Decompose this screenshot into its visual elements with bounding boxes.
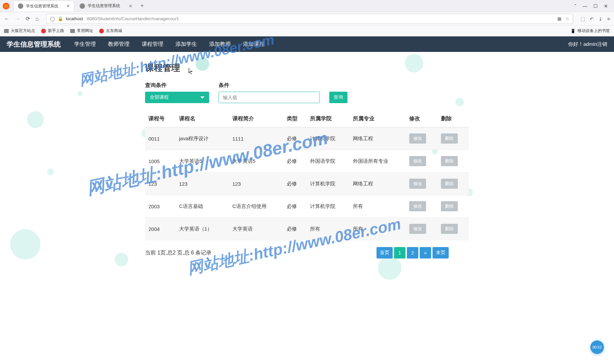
extension-icon[interactable]: ⬚ bbox=[581, 16, 585, 22]
cell-type: 必修 bbox=[283, 127, 307, 150]
new-tab-button[interactable]: + bbox=[136, 2, 148, 9]
edit-button[interactable]: 修改 bbox=[409, 156, 426, 166]
edit-button[interactable]: 修改 bbox=[409, 201, 426, 211]
hamburger-menu-icon[interactable]: ≡ bbox=[607, 16, 610, 22]
cell-name: 大学英语（1） bbox=[176, 218, 229, 240]
delete-button[interactable]: 删除 bbox=[441, 179, 458, 189]
nav-back-icon[interactable]: ← bbox=[4, 16, 9, 22]
cell-id: 1005 bbox=[145, 150, 176, 173]
cell-id: 2003 bbox=[145, 195, 176, 218]
cell-type: 必修 bbox=[283, 173, 307, 195]
bookmark-item[interactable]: 常用网址 bbox=[70, 28, 93, 34]
delete-button[interactable]: 删除 bbox=[441, 201, 458, 211]
page-content: 课程管理 查询条件 全部课程 条件 查询 课程号 课程名 课程简介 bbox=[0, 52, 614, 259]
cell-desc: 大学英语5 bbox=[229, 150, 283, 173]
browser-tab-inactive[interactable]: 学生信息管理系统 ✕ bbox=[76, 1, 136, 11]
folder-icon bbox=[70, 29, 75, 33]
shield-icon: ◯ bbox=[50, 16, 55, 21]
cell-desc: 123 bbox=[229, 173, 283, 195]
page-next-button[interactable]: » bbox=[420, 247, 431, 259]
logout-link[interactable]: 注销 bbox=[597, 41, 607, 47]
cell-major: 所有 bbox=[350, 195, 406, 218]
tab-close-icon[interactable]: ✕ bbox=[129, 4, 132, 8]
page-1-button[interactable]: 1 bbox=[394, 247, 406, 259]
nav-forward-icon[interactable]: → bbox=[15, 16, 20, 22]
browser-tab-strip: 学生信息管理系统 ✕ 学生信息管理系统 ✕ + ˅ — ☐ ✕ bbox=[0, 0, 614, 12]
cell-type: 必修 bbox=[283, 218, 307, 240]
app-brand[interactable]: 学生信息管理系统 bbox=[7, 40, 61, 49]
table-row: 2003C语言基础C语言介绍使用必修计算机学院所有修改删除 bbox=[145, 195, 469, 218]
cell-id: 2004 bbox=[145, 218, 176, 240]
bookmark-label: 常用网址 bbox=[77, 28, 93, 34]
window-minimize-icon[interactable]: — bbox=[583, 3, 587, 9]
delete-button[interactable]: 删除 bbox=[441, 156, 458, 166]
search-button[interactable]: 查询 bbox=[329, 92, 347, 103]
app-navbar: 学生信息管理系统 学生管理 教师管理 课程管理 添加学生 添加教师 添加课程 你… bbox=[0, 36, 614, 52]
address-bar[interactable]: ◯ 🔒 localhost:8080/StudentInfo/CourseHan… bbox=[46, 14, 573, 24]
nav-items: 学生管理 教师管理 课程管理 添加学生 添加教师 添加课程 bbox=[74, 41, 264, 48]
mobile-bookmarks[interactable]: 📱移动设备上的书签 bbox=[570, 28, 610, 34]
nav-add-student[interactable]: 添加学生 bbox=[175, 41, 197, 48]
nav-add-course[interactable]: 添加课程 bbox=[243, 41, 264, 48]
nav-student-mgmt[interactable]: 学生管理 bbox=[74, 41, 96, 48]
cell-type: 必修 bbox=[283, 195, 307, 218]
url-path: :8080/StudentInfo/CourseHandler/manageco… bbox=[86, 16, 179, 21]
cell-name: C语言基础 bbox=[176, 195, 229, 218]
lock-icon: 🔒 bbox=[58, 16, 63, 21]
pagination: 首页 1 2 » 末页 bbox=[376, 247, 449, 259]
firefox-logo-icon bbox=[3, 3, 9, 9]
bookmark-item[interactable]: 京东商城 bbox=[99, 28, 122, 34]
download-icon[interactable]: ⤓ bbox=[598, 16, 603, 22]
window-expand-icon[interactable]: ˅ bbox=[574, 3, 577, 9]
bookmark-star-icon[interactable]: ☆ bbox=[565, 16, 569, 21]
cell-type: 必修 bbox=[283, 150, 307, 173]
pagination-info: 当前 1页,总2 页,总 6 条记录 bbox=[145, 249, 212, 256]
search-value-input[interactable] bbox=[219, 92, 320, 103]
pagination-row: 当前 1页,总2 页,总 6 条记录 首页 1 2 » 末页 bbox=[145, 247, 469, 259]
cell-major: 网络工程 bbox=[350, 127, 406, 150]
bookmark-item[interactable]: 新手上路 bbox=[41, 28, 64, 34]
nav-refresh-icon[interactable]: ⟳ bbox=[26, 16, 30, 22]
edit-button[interactable]: 修改 bbox=[409, 179, 426, 189]
th-edit: 修改 bbox=[406, 111, 437, 127]
nav-add-teacher[interactable]: 添加教师 bbox=[209, 41, 231, 48]
bookmark-label: 移动设备上的书签 bbox=[578, 28, 610, 34]
window-close-icon[interactable]: ✕ bbox=[604, 3, 608, 9]
delete-button[interactable]: 删除 bbox=[441, 133, 458, 144]
cell-major: 所有 bbox=[350, 218, 406, 240]
th-course-id: 课程号 bbox=[145, 111, 176, 127]
delete-button[interactable]: 删除 bbox=[441, 224, 458, 234]
search-value-label: 条件 bbox=[219, 82, 320, 89]
browser-tab-active[interactable]: 学生信息管理系统 ✕ bbox=[13, 1, 74, 11]
page-first-button[interactable]: 首页 bbox=[376, 247, 393, 259]
edit-button[interactable]: 修改 bbox=[409, 224, 426, 234]
course-table: 课程号 课程名 课程简介 类型 所属学院 所属专业 修改 删除 0011java… bbox=[145, 111, 469, 240]
th-college: 所属学院 bbox=[307, 111, 350, 127]
table-row: 1005大学英语5大学英语5必修外国语学院外国语所有专业修改删除 bbox=[145, 150, 469, 173]
page-2-button[interactable]: 2 bbox=[407, 247, 418, 259]
condition-dropdown[interactable]: 全部课程 bbox=[145, 92, 209, 103]
nav-teacher-mgmt[interactable]: 教师管理 bbox=[108, 41, 130, 48]
undo-icon[interactable]: ↶ bbox=[590, 16, 594, 22]
page-title: 课程管理 bbox=[145, 62, 469, 74]
greeting-text: 你好！admin bbox=[568, 41, 597, 47]
tab-favicon-icon bbox=[80, 3, 85, 9]
timer-badge: 00:52 bbox=[590, 340, 604, 354]
page-last-button[interactable]: 末页 bbox=[432, 247, 449, 259]
cell-name: 大学英语5 bbox=[176, 150, 229, 173]
edit-button[interactable]: 修改 bbox=[409, 133, 426, 144]
tab-close-icon[interactable]: ✕ bbox=[66, 4, 70, 8]
th-course-desc: 课程简介 bbox=[229, 111, 283, 127]
qr-icon[interactable]: ▦ bbox=[557, 16, 561, 21]
site-icon bbox=[99, 29, 104, 33]
window-maximize-icon[interactable]: ☐ bbox=[593, 3, 598, 9]
th-type: 类型 bbox=[283, 111, 307, 127]
bookmark-item[interactable]: 火狐官方站点 bbox=[4, 28, 35, 34]
tab-favicon-icon bbox=[18, 3, 23, 9]
nav-home-icon[interactable]: ⌂ bbox=[35, 16, 39, 22]
th-course-name: 课程名 bbox=[176, 111, 229, 127]
cell-id: 123 bbox=[145, 173, 176, 195]
cell-desc: C语言介绍使用 bbox=[229, 195, 283, 218]
nav-course-mgmt[interactable]: 课程管理 bbox=[142, 41, 163, 48]
browser-address-row: ← → ⟳ ⌂ ◯ 🔒 localhost:8080/StudentInfo/C… bbox=[0, 12, 614, 26]
